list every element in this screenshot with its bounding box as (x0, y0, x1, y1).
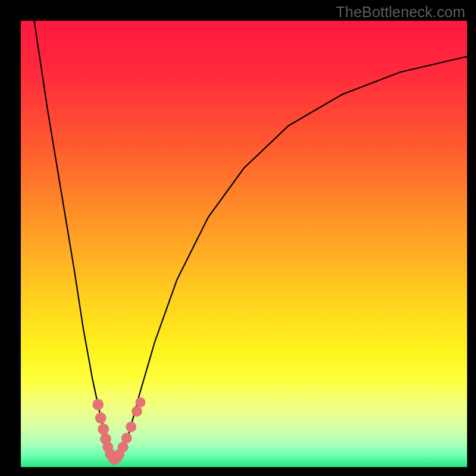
highlight-dot (136, 397, 146, 408)
chart-frame: TheBottleneck.com (0, 0, 476, 476)
highlight-dot (126, 422, 136, 433)
bottleneck-curve (35, 21, 468, 461)
highlight-dot (92, 399, 104, 411)
highlight-dot (121, 433, 132, 443)
highlight-dot (131, 406, 142, 416)
watermark-text: TheBottleneck.com (336, 4, 465, 21)
highlight-dots-group (92, 397, 145, 465)
highlight-dot (95, 412, 107, 424)
curve-layer (21, 21, 467, 467)
plot-area (21, 21, 467, 467)
highlight-dot (98, 424, 109, 435)
